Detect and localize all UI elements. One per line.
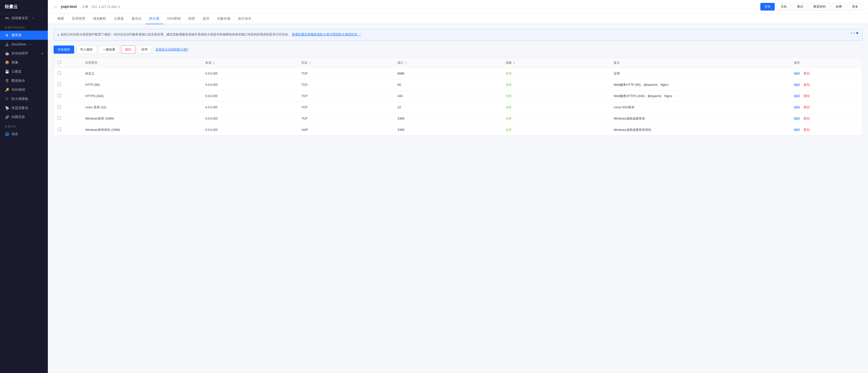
import-rule-button[interactable]: 导入规则 (76, 46, 97, 54)
row-policy-4: 允许 (502, 113, 610, 124)
sidebar-section-servers: 轻量应用服务器 (0, 23, 48, 31)
tab-app[interactable]: 应用管理 (68, 13, 89, 24)
server-location: 上海 (82, 4, 88, 9)
edit-link-5[interactable]: 编辑 (794, 128, 800, 132)
tab-firewall[interactable]: 防火墙 (146, 13, 163, 24)
delete-link-0[interactable]: 删除 (804, 71, 810, 75)
tab-overview[interactable]: 概要 (54, 13, 68, 24)
row-port-5: 3389 (394, 124, 502, 135)
source-info-icon[interactable]: ℹ (213, 61, 214, 64)
tab-backup[interactable]: 备份点 (128, 13, 146, 24)
row-type-1: HTTP (80) (81, 79, 202, 90)
intranet-icon: 🔗 (5, 115, 9, 119)
renew-button[interactable]: 续费 (832, 3, 846, 10)
th-port: 端口 ℹ (394, 58, 502, 68)
select-all-checkbox[interactable] (58, 61, 61, 64)
sidebar-item-server[interactable]: 🖥 服务器 (0, 31, 48, 40)
row-protocol-1: TCP (298, 79, 394, 90)
row-checkbox-2[interactable] (58, 94, 61, 97)
row-policy-5: 允许 (502, 124, 610, 135)
row-remark-1: Web服务HTTP (80)，如Apache、Nginx (610, 79, 790, 90)
sidebar-item-disk[interactable]: 💾 云硬盘 (0, 67, 48, 76)
sidebar-item-firewall[interactable]: 🛡 防火墙模板 (0, 94, 48, 104)
th-protocol: 协议 ℹ (298, 58, 394, 68)
edit-link-4[interactable]: 编辑 (794, 117, 800, 120)
sidebar-item-domain[interactable]: 🌐 域名 (0, 130, 48, 139)
tab-monitor[interactable]: 监控 (199, 13, 213, 24)
table-row: Windows登录 (3389) 0.0.0.0/0 TCP 3389 允许 W… (54, 113, 862, 124)
delete-link-5[interactable]: 删除 (804, 128, 810, 132)
row-source-2: 0.0.0.0/0 (202, 90, 298, 102)
alert-banner: ℹ 如您已经在防火墙页面中配置了规则，但仍无法访问服务器端口或业务应用，建议您检… (54, 29, 862, 41)
tab-snapshot[interactable]: 快照 (184, 13, 199, 24)
tab-dns[interactable]: 域名解析 (89, 13, 110, 24)
mirror-icon: 📦 (5, 60, 9, 65)
more-button[interactable]: 更多 (848, 3, 862, 10)
firewall-table: 应用类型 来源 ℹ 协议 ℹ 端口 ℹ (54, 57, 862, 136)
delete-link-4[interactable]: 删除 (804, 117, 810, 120)
sidebar-item-games[interactable]: 🎮 游戏服专区 ↗ (0, 13, 48, 23)
delete-link-2[interactable]: 删除 (804, 94, 810, 98)
protocol-info-icon[interactable]: ℹ (310, 61, 311, 64)
tab-storage[interactable]: 对象存储 (213, 13, 234, 24)
topbar: ← yupi-test | 上海 | (公) 1.117.71.203 ⧉ 登录… (48, 0, 868, 13)
row-ops-5: 编辑 删除 (790, 124, 862, 135)
row-checkbox-4[interactable] (58, 116, 61, 120)
sidebar-item-label: 优选流量包 (11, 106, 28, 110)
sidebar-item-backup[interactable]: 🗄 数据备份 (0, 76, 48, 85)
sidebar-item-traffic[interactable]: 📡 优选流量包 (0, 104, 48, 113)
tab-ssh[interactable]: SSH密钥 (163, 13, 184, 24)
edit-link-0[interactable]: 编辑 (794, 71, 800, 75)
row-port-4: 3389 (394, 113, 502, 124)
row-ops-3: 编辑 删除 (790, 102, 862, 113)
row-ops-1: 编辑 删除 (790, 79, 862, 90)
policy-info-icon[interactable]: ℹ (514, 61, 515, 64)
external-icon: ↗ (29, 43, 31, 46)
sidebar-item-intranet[interactable]: 🔗 内网互联 (0, 113, 48, 122)
row-source-3: 0.0.0.0/0 (202, 102, 298, 113)
delete-link-3[interactable]: 删除 (804, 106, 810, 109)
shutdown-button[interactable]: 关机 (777, 3, 791, 10)
row-source-0: 0.0.0.0/0 (202, 68, 298, 79)
sidebar-item-label: OrcaTerm (11, 42, 26, 46)
delete-button[interactable]: 删除 (121, 46, 135, 54)
tab-exec[interactable]: 执行命令 (234, 13, 255, 24)
sidebar-item-label: 服务器 (11, 33, 22, 37)
row-port-3: 22 (394, 102, 502, 113)
games-icon: 🎮 (5, 16, 9, 20)
row-checkbox-3[interactable] (58, 105, 61, 109)
edit-link-2[interactable]: 编辑 (794, 94, 800, 98)
row-checkbox-1[interactable] (58, 83, 61, 86)
row-type-4: Windows登录 (3389) (81, 113, 202, 124)
multi-set-link[interactable]: 设置多台实例的防火墙? (156, 48, 188, 52)
sidebar-item-label: 云硬盘 (11, 69, 22, 74)
sidebar-section-domain: 轻量域名 (0, 122, 48, 130)
row-protocol-5: UDP (298, 124, 394, 135)
restart-button[interactable]: 重启 (793, 3, 807, 10)
sidebar-item-auto[interactable]: 🤖 自动化助手 ▾ (0, 49, 48, 58)
one-click-button[interactable]: 一键放通 (99, 46, 119, 54)
row-checkbox-5[interactable] (58, 128, 61, 131)
edit-link-3[interactable]: 编辑 (794, 106, 800, 109)
sidebar-item-mirror[interactable]: 📦 镜像 (0, 58, 48, 67)
sidebar-item-orca[interactable]: ⚓ OrcaTerm ↗ (0, 40, 48, 49)
row-checkbox-0[interactable] (58, 71, 61, 75)
edit-link-1[interactable]: 编辑 (794, 83, 800, 86)
reset-pwd-button[interactable]: 重置密码 (809, 3, 830, 10)
login-button[interactable]: 登录 (760, 3, 775, 10)
row-policy-0: 允许 (502, 68, 610, 79)
sidebar-logo: 轻量云 (0, 0, 48, 13)
sidebar-item-ssh[interactable]: 🔑 SSH密钥 (0, 85, 48, 94)
back-button[interactable]: ← (54, 4, 58, 9)
server-ip: 1.117.71.203 (98, 5, 117, 9)
th-remark: 备注 (610, 58, 790, 68)
port-info-icon[interactable]: ℹ (406, 61, 406, 64)
alert-link[interactable]: 查看轻量应用服务器防火墙与系统防火墙的区别 ↗ (292, 33, 361, 36)
tab-disk[interactable]: 云硬盘 (110, 13, 128, 24)
sort-button[interactable]: 排序 (137, 46, 152, 54)
row-policy-3: 允许 (502, 102, 610, 113)
delete-link-1[interactable]: 删除 (804, 83, 810, 86)
add-rule-button[interactable]: 添加规则 (54, 46, 74, 54)
copy-icon[interactable]: ⧉ (118, 5, 120, 8)
alert-dots (850, 32, 858, 34)
